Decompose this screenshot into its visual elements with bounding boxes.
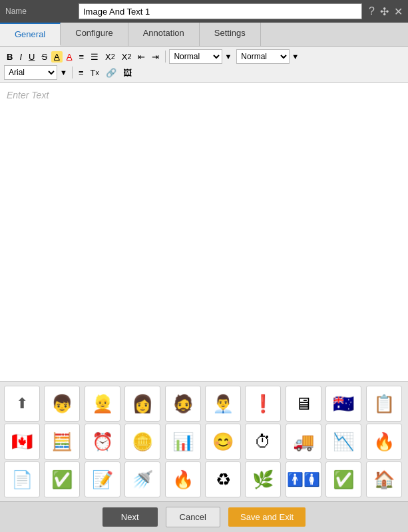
icon-cell-computer[interactable]: 🖥	[286, 386, 321, 422]
save-exit-button[interactable]: Save and Exit	[228, 507, 306, 527]
tab-general[interactable]: General	[0, 23, 61, 46]
icon-cell-fire2[interactable]: 🔥	[165, 462, 201, 497]
icon-cell-woman-avatar[interactable]: 👩	[124, 386, 160, 422]
italic-button[interactable]: I	[17, 51, 25, 63]
icon-cell-bar-chart[interactable]: 📊	[165, 424, 201, 460]
icon-cell-person-avatar[interactable]: 👱	[85, 386, 120, 422]
cancel-button[interactable]: Cancel	[166, 507, 220, 527]
tab-annotation[interactable]: Annotation	[128, 23, 200, 46]
superscript-button[interactable]: X2	[119, 51, 134, 63]
icon-cell-clipboard[interactable]: 📋	[366, 386, 402, 422]
icon-cell-fire[interactable]: 🔥	[366, 424, 402, 460]
icon-cell-people[interactable]: 🚹🚺	[286, 462, 321, 497]
icon-cell-emoji[interactable]: 😊	[205, 424, 241, 460]
icon-grid-section: ⬆👦👱👩🧔👨‍💼❗🖥🇦🇺📋🇨🇦🧮⏰🪙📊😊⏱🚚📉🔥📄✅📝🚿🔥♻🌿🚹🚺✅🏠	[0, 381, 408, 501]
bottom-bar: Next Cancel Save and Exit	[0, 501, 408, 532]
move-icon[interactable]: ✣	[380, 5, 389, 18]
icon-cell-house[interactable]: 🏠	[366, 462, 402, 497]
icon-cell-edit-doc[interactable]: 📝	[85, 462, 120, 497]
icon-cell-checkmark-blue[interactable]: ✅	[44, 462, 80, 497]
bold-button[interactable]: B	[4, 51, 15, 63]
icon-cell-delivery-truck[interactable]: 🚚	[286, 424, 321, 460]
style-arrow-2: ▼	[292, 53, 299, 61]
icon-cell-man-avatar[interactable]: 🧔	[165, 386, 201, 422]
underline-button[interactable]: U	[26, 51, 37, 63]
insert-image-button[interactable]: 🖼	[120, 67, 134, 78]
icon-cell-coins[interactable]: 🪙	[124, 424, 160, 460]
text-editor[interactable]: Enter Text	[0, 83, 408, 381]
indent-button[interactable]: ⇥	[149, 51, 162, 63]
tab-settings[interactable]: Settings	[200, 23, 261, 46]
title-bar: Name ? ✣ ✕	[0, 0, 408, 23]
icon-cell-faucet[interactable]: 🚿	[124, 462, 160, 497]
name-input[interactable]	[79, 3, 362, 19]
strikethrough-button[interactable]: S	[39, 51, 50, 63]
align-left-button[interactable]: ≡	[76, 67, 87, 78]
insert-link-button[interactable]: 🔗	[103, 67, 119, 78]
style-select-1[interactable]: Normal	[169, 49, 222, 64]
next-button[interactable]: Next	[102, 507, 158, 527]
icon-cell-australia-flag[interactable]: 🇦🇺	[325, 386, 361, 422]
icon-cell-calculator[interactable]: 🧮	[44, 424, 80, 460]
icon-cell-timer[interactable]: ⏱	[245, 424, 281, 460]
icon-cell-graph-down[interactable]: 📉	[325, 424, 361, 460]
unordered-list-button[interactable]: ☰	[88, 51, 101, 63]
icon-cell-document-id[interactable]: 📄	[4, 462, 40, 497]
style-select-2[interactable]: Normal	[236, 49, 290, 64]
tabs-bar: General Configure Annotation Settings	[0, 23, 408, 47]
font-select[interactable]: Arial	[4, 65, 57, 80]
highlight-button[interactable]: A	[51, 51, 63, 63]
icon-cell-recycle[interactable]: ♻	[205, 462, 241, 497]
name-label: Name	[5, 7, 79, 16]
font-arrow: ▼	[60, 68, 67, 76]
icon-cell-upload[interactable]: ⬆	[4, 386, 40, 422]
style-arrow-1: ▼	[224, 53, 232, 61]
clear-format-button[interactable]: Tx	[87, 67, 101, 78]
icon-cell-clock[interactable]: ⏰	[85, 424, 120, 460]
icon-cell-warning-yellow[interactable]: ❗	[245, 386, 281, 422]
icon-cell-boy-avatar[interactable]: 👦	[44, 386, 80, 422]
icon-cell-business-man[interactable]: 👨‍💼	[205, 386, 241, 422]
icon-cell-check-green[interactable]: ✅	[325, 462, 361, 497]
ordered-list-button[interactable]: ≡	[76, 51, 87, 63]
icon-cell-leaf[interactable]: 🌿	[245, 462, 281, 497]
outdent-button[interactable]: ⇤	[135, 51, 148, 63]
separator-2	[72, 66, 73, 78]
help-icon[interactable]: ?	[369, 5, 375, 18]
editor-placeholder: Enter Text	[7, 90, 49, 100]
tab-configure[interactable]: Configure	[61, 23, 128, 46]
font-color-button[interactable]: A	[64, 51, 75, 63]
icon-cell-canada-flag[interactable]: 🇨🇦	[4, 424, 40, 460]
subscript-button[interactable]: X2	[102, 51, 118, 63]
close-icon[interactable]: ✕	[394, 5, 403, 18]
title-bar-icons: ? ✣ ✕	[369, 5, 403, 18]
separator-1	[165, 51, 166, 63]
icon-grid: ⬆👦👱👩🧔👨‍💼❗🖥🇦🇺📋🇨🇦🧮⏰🪙📊😊⏱🚚📉🔥📄✅📝🚿🔥♻🌿🚹🚺✅🏠	[4, 386, 404, 497]
formatting-toolbar: B I U S A A ≡ ☰ X2 X2 ⇤ ⇥ Normal ▼ Norma…	[0, 47, 408, 83]
